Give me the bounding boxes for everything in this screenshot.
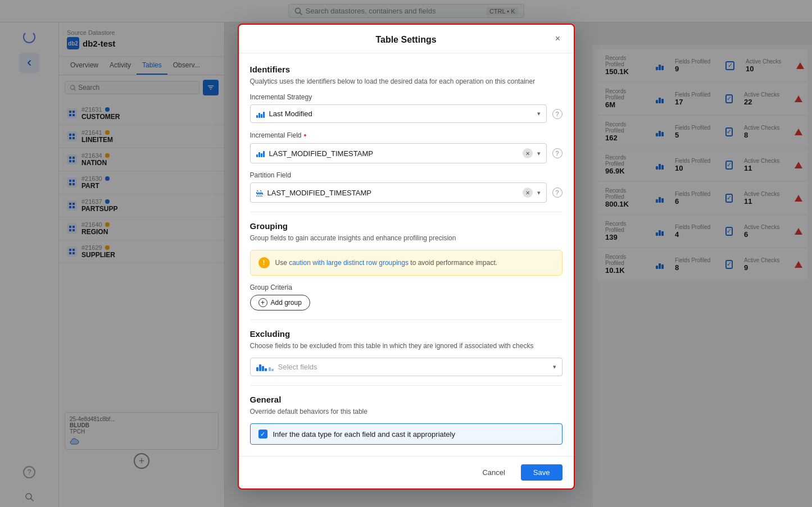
modal-title: Table Settings [375,35,436,45]
incremental-strategy-row: Last Modified ▾ ? [250,104,562,123]
save-button[interactable]: Save [521,464,562,481]
clear-incremental-field-button[interactable]: ✕ [523,148,533,158]
incremental-field-row: LAST_MODIFIED_TIMESTAMP ✕ ▾ ? [250,143,562,163]
partition-field-label: Partition Field [250,171,562,179]
grouping-title: Grouping [250,221,562,231]
bar-chart-icon [256,149,265,157]
table-settings-modal: Table Settings × Identifiers Qualytics u… [238,24,575,490]
cancel-button[interactable]: Cancel [472,464,515,481]
partition-field-select[interactable]: LAST_MODIFIED_TIMESTAMP ✕ ▾ [250,182,547,203]
modal-header: Table Settings × [239,25,574,53]
identifiers-title: Identifiers [250,65,562,74]
incremental-field-label: Incremental Field • [250,131,562,140]
general-title: General [250,395,562,404]
warning-link: caution with large distinct row grouping… [289,259,409,267]
partition-icon [256,189,263,197]
required-indicator: • [304,131,307,140]
warning-box: ! Use caution with large distinct row gr… [250,250,562,276]
divider [250,385,562,386]
general-desc: Override default behaviors for this tabl… [250,408,562,415]
add-group-button[interactable]: + Add group [250,295,562,310]
help-icon-incremental[interactable]: ? [552,148,562,158]
excluding-title: Excluding [250,329,562,339]
warning-icon: ! [258,257,270,268]
grouping-desc: Group fields to gain accurate insights a… [250,234,562,242]
help-icon-strategy[interactable]: ? [552,109,562,119]
excluding-desc: Choose fields to be excluded from this t… [250,342,562,350]
modal-footer: Cancel Save [239,456,574,488]
modal-close-button[interactable]: × [551,32,565,45]
incremental-field-select[interactable]: LAST_MODIFIED_TIMESTAMP ✕ ▾ [250,143,547,163]
help-icon-partition[interactable]: ? [552,188,562,198]
chevron-down-icon: ▾ [553,363,556,371]
clear-partition-field-button[interactable]: ✕ [523,188,533,198]
incremental-strategy-select[interactable]: Last Modified ▾ [250,104,547,123]
divider [250,319,562,320]
infer-data-type-checkbox-row[interactable]: ✓ Infer the data type for each field and… [250,423,562,445]
bar-chart-icon [256,110,265,118]
partition-field-row: LAST_MODIFIED_TIMESTAMP ✕ ▾ ? [250,182,562,203]
divider [250,212,562,212]
select-fields-placeholder: Select fields [278,363,548,371]
identifiers-desc: Qualytics uses the identifiers below to … [250,77,562,85]
chevron-down-icon: ▾ [537,189,541,197]
group-criteria-label: Group Criteria [250,284,562,291]
checkbox-label: Infer the data type for each field and c… [273,430,455,439]
add-circle-icon: + [258,298,267,307]
incremental-strategy-label: Incremental Strategy [250,93,562,101]
chevron-down-icon: ▾ [537,110,541,117]
chevron-down-icon: ▾ [537,150,541,157]
fields-icon [256,363,274,371]
select-fields-dropdown[interactable]: Select fields ▾ [250,358,562,376]
checkbox-infer-type[interactable]: ✓ [258,430,267,439]
modal-body: Identifiers Qualytics uses the identifie… [239,53,574,456]
